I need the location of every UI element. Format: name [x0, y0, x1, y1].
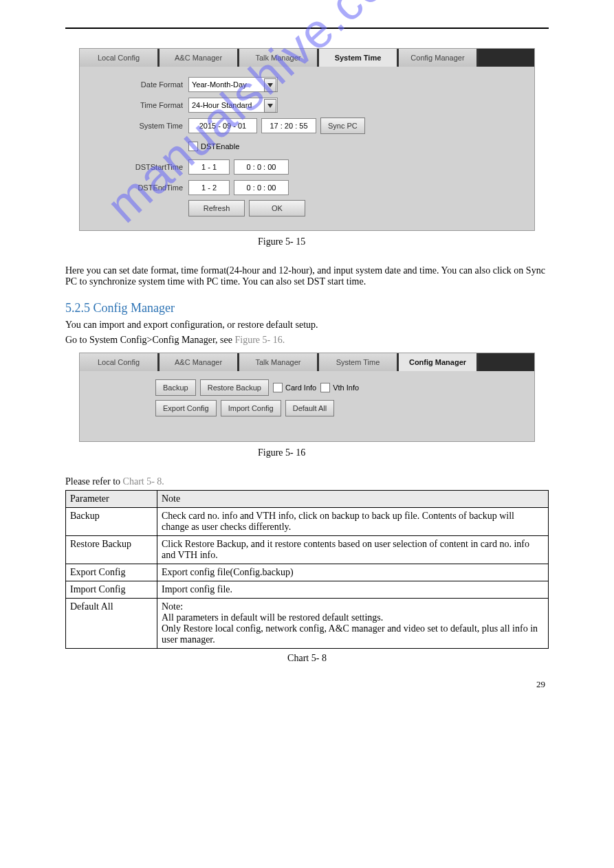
cell-note: Note: All parameters in default will be …	[157, 599, 549, 649]
vth-info-checkbox[interactable]	[320, 383, 330, 392]
backup-button[interactable]: Backup	[155, 379, 196, 396]
cell-note: Export config file(Config.backup)	[157, 564, 549, 581]
dst-start-label: DSTStartTime	[107, 163, 188, 171]
vth-info-label: Vth Info	[333, 383, 359, 392]
system-time-screenshot: Local Config A&C Manager Talk Manager Sy…	[79, 48, 535, 231]
cell-note: Check card no. info and VTH info, click …	[157, 508, 549, 536]
time-format-select[interactable]: 24-Hour Standard	[188, 98, 278, 113]
panel-body: Date Format Year-Month-Day Time Format 2…	[80, 67, 534, 230]
system-time-input[interactable]: 17 : 20 : 55	[261, 118, 316, 133]
sync-pc-button[interactable]: Sync PC	[320, 118, 365, 134]
dst-end-label: DSTEndTime	[107, 183, 188, 192]
tab-ac-manager[interactable]: A&C Manager	[160, 49, 239, 67]
card-info-label: Card Info	[285, 383, 316, 392]
th-parameter: Parameter	[66, 491, 157, 508]
tab-tail	[479, 49, 534, 67]
tab-system-time[interactable]: System Time	[319, 49, 399, 67]
tab-local-config-2[interactable]: Local Config	[80, 353, 160, 371]
import-config-button[interactable]: Import Config	[221, 400, 281, 416]
export-config-button[interactable]: Export Config	[155, 400, 217, 416]
cell-param: Export Config	[66, 564, 157, 581]
table-row: Export ConfigExport config file(Config.b…	[66, 564, 549, 581]
panel2-body: Backup Restore Backup Card Info Vth Info…	[80, 371, 534, 441]
tab-bar-2: Local Config A&C Manager Talk Manager Sy…	[80, 353, 534, 371]
svg-marker-0	[267, 83, 273, 87]
dst-enable-label: DSTEnable	[201, 142, 239, 151]
tab-system-time-2[interactable]: System Time	[319, 353, 399, 371]
time-format-value: 24-Hour Standard	[192, 101, 252, 109]
cell-param: Import Config	[66, 581, 157, 599]
intro-2: Go to System Config>Config Manager, see …	[65, 335, 549, 346]
date-format-value: Year-Month-Day	[192, 80, 247, 89]
dst-start-date[interactable]: 1 - 1	[188, 159, 230, 175]
time-format-label: Time Format	[107, 101, 188, 109]
cell-note: Import config file.	[157, 581, 549, 599]
cell-param: Default All	[66, 599, 157, 649]
chevron-down-icon	[264, 99, 276, 113]
dst-enable-checkbox[interactable]	[188, 142, 198, 151]
top-rule	[65, 27, 549, 29]
paragraph-1: Here you can set date format, time forma…	[65, 265, 549, 287]
cell-note: Click Restore Backup, and it restore con…	[157, 536, 549, 564]
chart-caption: Chart 5- 8	[65, 653, 549, 664]
refresh-button[interactable]: Refresh	[188, 200, 245, 216]
svg-marker-1	[267, 104, 273, 108]
dst-end-time[interactable]: 0 : 0 : 00	[234, 180, 289, 195]
table-row: Import ConfigImport config file.	[66, 581, 549, 599]
ok-button[interactable]: OK	[249, 200, 305, 216]
dst-start-time[interactable]: 0 : 0 : 00	[234, 159, 289, 175]
chevron-down-icon	[264, 78, 276, 92]
table-row: BackupCheck card no. info and VTH info, …	[66, 508, 549, 536]
tab-tail-2	[479, 353, 534, 371]
table-row: Default AllNote: All parameters in defau…	[66, 599, 549, 649]
tab-config-manager[interactable]: Config Manager	[399, 49, 479, 67]
parameter-table: Parameter Note BackupCheck card no. info…	[65, 490, 549, 649]
table-caption-line: Please refer to Chart 5- 8.	[65, 476, 549, 487]
tab-bar: Local Config A&C Manager Talk Manager Sy…	[80, 49, 534, 67]
page-footer: 29	[69, 679, 545, 690]
intro-1: You can import and export configuration,…	[65, 320, 549, 331]
system-date-input[interactable]: 2015 - 09 - 01	[188, 118, 257, 133]
config-manager-screenshot: Local Config A&C Manager Talk Manager Sy…	[79, 353, 535, 442]
section-title: 5.2.5 Config Manager	[65, 301, 549, 315]
system-time-label: System Time	[107, 122, 188, 130]
figure-1-caption: Figure 5- 15	[258, 236, 549, 247]
cell-param: Restore Backup	[66, 536, 157, 564]
tab-ac-manager-2[interactable]: A&C Manager	[160, 353, 239, 371]
footer-right: 29	[536, 679, 545, 690]
date-format-label: Date Format	[107, 80, 188, 89]
tab-talk-manager[interactable]: Talk Manager	[239, 49, 319, 67]
tab-config-manager-2[interactable]: Config Manager	[399, 353, 479, 371]
table-row: Restore BackupClick Restore Backup, and …	[66, 536, 549, 564]
figure-2-caption: Figure 5- 16	[258, 447, 549, 458]
restore-backup-button[interactable]: Restore Backup	[200, 379, 269, 396]
dst-end-date[interactable]: 1 - 2	[188, 180, 230, 195]
date-format-select[interactable]: Year-Month-Day	[188, 77, 278, 92]
tab-talk-manager-2[interactable]: Talk Manager	[239, 353, 319, 371]
card-info-checkbox[interactable]	[273, 383, 283, 392]
default-all-button[interactable]: Default All	[285, 400, 335, 416]
tab-local-config[interactable]: Local Config	[80, 49, 160, 67]
cell-param: Backup	[66, 508, 157, 536]
th-note: Note	[157, 491, 549, 508]
